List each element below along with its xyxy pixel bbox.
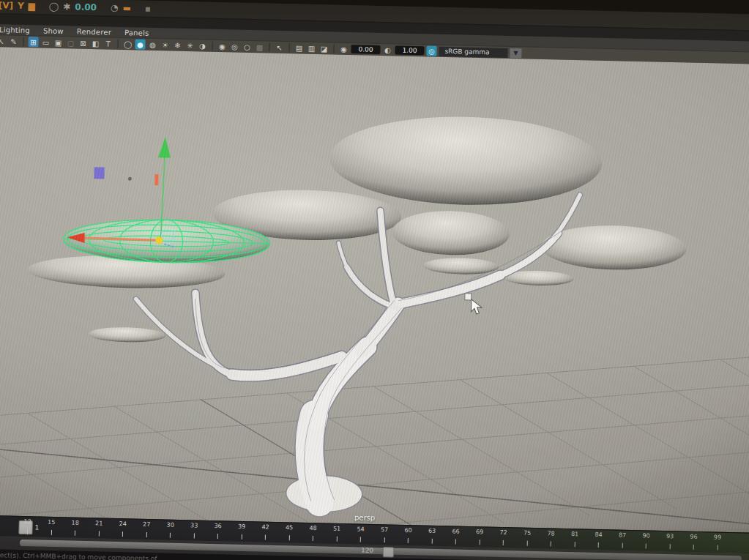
select-camera-icon[interactable]: ↖ xyxy=(0,36,7,46)
gamma-select[interactable]: sRGB gamma xyxy=(439,46,507,57)
purple-marker[interactable] xyxy=(94,167,104,179)
xray-icon[interactable]: ◎ xyxy=(229,41,239,51)
frame-label-57: 57 xyxy=(381,526,388,533)
y-handle-icon[interactable]: Y xyxy=(18,1,24,10)
frame-tick xyxy=(479,540,480,545)
gamma-icon[interactable]: ◎ xyxy=(426,45,436,56)
isolate-select-icon[interactable]: ◉ xyxy=(217,41,227,51)
frame-label-81: 81 xyxy=(571,531,578,537)
frame-label-72: 72 xyxy=(499,529,507,536)
menu-lighting[interactable]: Lighting xyxy=(0,26,30,34)
toolbar-divider xyxy=(333,45,334,53)
range-slider-handle[interactable] xyxy=(383,547,394,557)
ambient-occlusion-icon[interactable]: ✳ xyxy=(185,40,195,51)
frame-label-15: 15 xyxy=(48,519,55,526)
foliage-pad xyxy=(88,326,165,343)
symmetry-bracket-icon[interactable]: [V] xyxy=(0,1,13,10)
xray-joints-icon[interactable]: ○ xyxy=(242,42,252,52)
frame-tick xyxy=(360,537,361,542)
frame-tick xyxy=(551,541,551,546)
frame-label-21: 21 xyxy=(95,520,103,526)
safe-action-icon[interactable]: ◧ xyxy=(90,38,100,48)
menu-panels[interactable]: Panels xyxy=(124,29,149,37)
falloff-value[interactable]: 0.00 xyxy=(75,3,97,12)
frame-tick xyxy=(622,543,622,548)
frame-tick xyxy=(455,539,456,544)
cube-icon[interactable]: ▆ xyxy=(29,1,36,10)
soft-select-icon[interactable]: ✱ xyxy=(63,2,70,11)
foliage-pad xyxy=(392,209,510,256)
frame-tick xyxy=(693,545,694,550)
menu-show[interactable]: Show xyxy=(43,26,64,35)
frame-label-84: 84 xyxy=(595,531,602,538)
safe-title-icon[interactable]: T xyxy=(103,38,113,48)
frame-tick xyxy=(288,535,289,540)
frame-tick xyxy=(122,531,123,537)
menu-renderer[interactable]: Renderer xyxy=(77,27,111,36)
frame-label-45: 45 xyxy=(286,524,293,531)
frame-label-90: 90 xyxy=(642,532,649,539)
exposure-icon[interactable]: ◉ xyxy=(338,44,349,54)
frame-tick xyxy=(51,530,51,535)
viewport-renderer-icon[interactable]: ▩ xyxy=(254,42,264,52)
toolbar-divider xyxy=(288,43,289,52)
maya-application-window: [V]Y▆◯✱0.00◔▬▪ LightingShowRendererPanel… xyxy=(0,0,749,560)
shelf-divider xyxy=(138,4,138,12)
marker-icon[interactable]: ▪ xyxy=(145,4,151,13)
frame-label-63: 63 xyxy=(428,528,436,534)
image-plane-icon[interactable]: ▤ xyxy=(294,42,304,53)
circle-tool-icon[interactable]: ◔ xyxy=(111,4,119,12)
shaded-icon[interactable]: ● xyxy=(135,39,145,49)
frame-label-96: 96 xyxy=(690,534,697,540)
resolution-gate-icon[interactable]: ▣ xyxy=(53,37,63,48)
frame-label-18: 18 xyxy=(72,520,79,526)
frame-label-93: 93 xyxy=(666,533,674,540)
foliage-pad xyxy=(541,224,687,271)
frame-label-99: 99 xyxy=(714,534,721,540)
toolbar-divider xyxy=(23,37,23,46)
motion-blur-icon[interactable]: ◑ xyxy=(197,40,207,51)
frame-tick xyxy=(75,531,75,536)
wireframe-cage xyxy=(191,223,562,506)
frame-tick xyxy=(431,539,432,544)
frame-tick xyxy=(193,533,194,538)
frame-label-24: 24 xyxy=(119,520,127,527)
frame-tick xyxy=(313,536,313,541)
mouse-cursor-icon xyxy=(464,294,482,315)
wireframe-icon[interactable]: ◯ xyxy=(122,39,133,49)
current-frame-label: 1 xyxy=(34,523,39,531)
frame-label-42: 42 xyxy=(261,523,269,530)
frame-tick xyxy=(574,542,575,547)
field-chart-icon[interactable]: ⊠ xyxy=(78,38,88,48)
contrast-field[interactable]: 1.00 xyxy=(395,45,424,55)
frame-tick xyxy=(526,541,527,546)
gamma-dropdown-arrow-icon[interactable]: ▼ xyxy=(510,48,521,58)
snapshot-icon[interactable]: ▥ xyxy=(306,43,316,53)
grid-toggle-icon[interactable]: ⊞ xyxy=(28,37,38,47)
film-gate-icon[interactable]: ▭ xyxy=(40,37,51,47)
exposure-field[interactable]: 0.00 xyxy=(351,45,380,54)
highlight-chip-icon[interactable]: ▬ xyxy=(122,4,131,12)
textured-icon[interactable]: ◍ xyxy=(147,40,157,50)
frame-label-78: 78 xyxy=(547,530,554,537)
frame-tick xyxy=(598,542,599,548)
use-all-lights-icon[interactable]: ☀ xyxy=(160,40,170,50)
pencil-icon[interactable]: ✎ xyxy=(8,36,18,46)
shadows-icon[interactable]: ❄ xyxy=(172,40,182,51)
camera-label: persp xyxy=(354,513,375,522)
frame-tick xyxy=(217,534,218,539)
frame-label-69: 69 xyxy=(476,529,483,535)
frame-tick xyxy=(241,534,242,540)
orange-tick-marker xyxy=(154,174,158,185)
frame-tick xyxy=(170,533,171,538)
viewport-scene[interactable] xyxy=(0,47,749,533)
viewport-panel[interactable]: persp xyxy=(0,47,749,533)
frame-label-60: 60 xyxy=(404,527,411,534)
toolbar-divider xyxy=(212,42,212,51)
grease-pencil-icon[interactable]: ◪ xyxy=(318,43,329,53)
contrast-icon[interactable]: ◐ xyxy=(382,45,392,55)
cursor-context-icon[interactable]: ↖ xyxy=(274,42,284,53)
lasso-icon[interactable]: ◯ xyxy=(49,2,59,11)
gate-mask-icon[interactable]: ▢ xyxy=(65,37,75,48)
frame-tick xyxy=(669,544,670,549)
